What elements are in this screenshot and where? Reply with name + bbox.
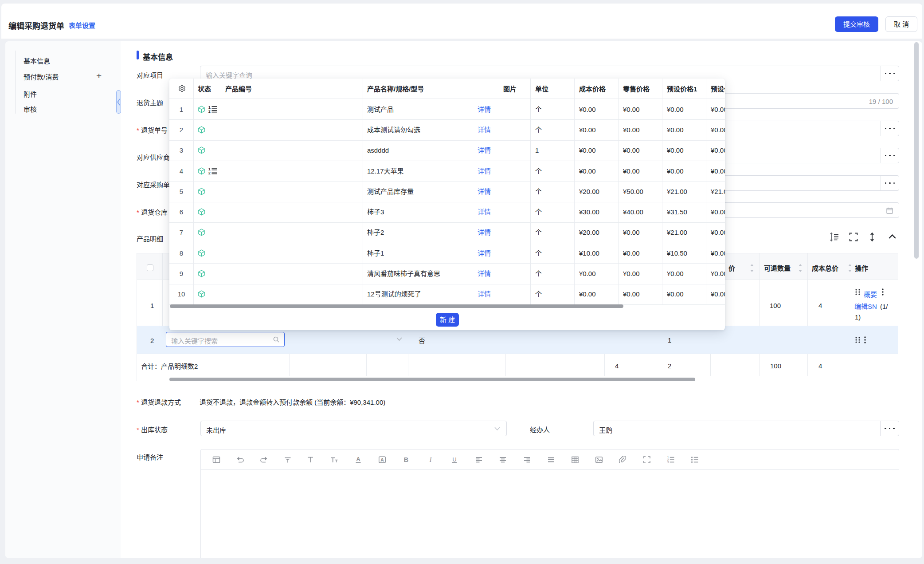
svg-text:3: 3 [667, 461, 669, 464]
svg-text:2: 2 [208, 109, 211, 113]
svg-text:I: I [429, 457, 432, 463]
svg-text:B: B [404, 456, 408, 463]
svg-text:A: A [356, 456, 360, 462]
svg-text:U: U [452, 457, 456, 463]
svg-text:2: 2 [208, 171, 211, 175]
svg-text:A: A [380, 457, 384, 462]
